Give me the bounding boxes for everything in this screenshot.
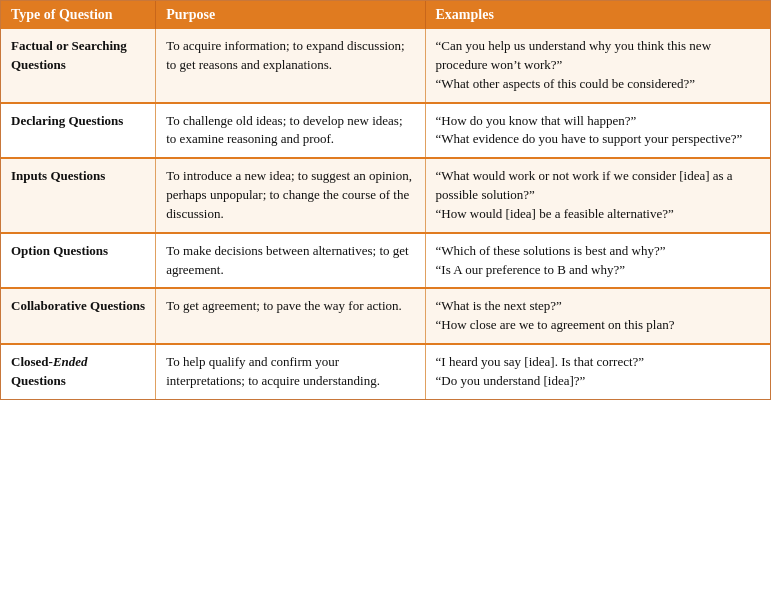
table-row: Closed-Ended QuestionsTo help qualify an… xyxy=(1,344,770,399)
cell-type: Declaring Questions xyxy=(1,103,156,159)
table-header-row: Type of Question Purpose Examples xyxy=(1,1,770,29)
table-row: Declaring QuestionsTo challenge old idea… xyxy=(1,103,770,159)
cell-type: Factual or Searching Questions xyxy=(1,29,156,103)
cell-purpose: To make decisions between alternatives; … xyxy=(156,233,425,289)
table-row: Factual or Searching QuestionsTo acquire… xyxy=(1,29,770,103)
cell-purpose: To challenge old ideas; to develop new i… xyxy=(156,103,425,159)
header-type: Type of Question xyxy=(1,1,156,29)
cell-examples: “Which of these solutions is best and wh… xyxy=(425,233,770,289)
cell-purpose: To help qualify and confirm your interpr… xyxy=(156,344,425,399)
cell-type: Collaborative Questions xyxy=(1,288,156,344)
cell-examples: “I heard you say [idea]. Is that correct… xyxy=(425,344,770,399)
cell-examples: “How do you know that will happen?”“What… xyxy=(425,103,770,159)
cell-type: Inputs Questions xyxy=(1,158,156,233)
table-row: Inputs QuestionsTo introduce a new idea;… xyxy=(1,158,770,233)
cell-examples: “What would work or not work if we consi… xyxy=(425,158,770,233)
questions-table: Type of Question Purpose Examples Factua… xyxy=(0,0,771,400)
table-row: Option QuestionsTo make decisions betwee… xyxy=(1,233,770,289)
cell-purpose: To introduce a new idea; to suggest an o… xyxy=(156,158,425,233)
cell-examples: “What is the next step?”“How close are w… xyxy=(425,288,770,344)
table-row: Collaborative QuestionsTo get agreement;… xyxy=(1,288,770,344)
header-purpose: Purpose xyxy=(156,1,425,29)
cell-examples: “Can you help us understand why you thin… xyxy=(425,29,770,103)
cell-type: Option Questions xyxy=(1,233,156,289)
cell-type: Closed-Ended Questions xyxy=(1,344,156,399)
header-examples: Examples xyxy=(425,1,770,29)
cell-purpose: To acquire information; to expand discus… xyxy=(156,29,425,103)
cell-purpose: To get agreement; to pave the way for ac… xyxy=(156,288,425,344)
